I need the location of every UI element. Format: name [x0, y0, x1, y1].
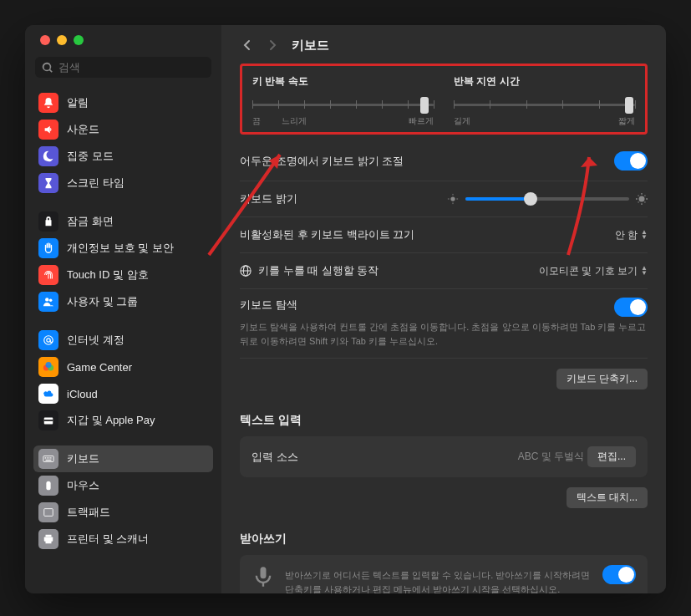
- sidebar-item-label: Touch ID 및 암호: [67, 267, 149, 283]
- globe-key-select[interactable]: 이모티콘 및 기호 보기 ▲▼: [539, 264, 648, 278]
- delay-min-label: 길게: [454, 115, 470, 127]
- microphone-icon: [252, 565, 275, 588]
- slider-thumb[interactable]: [625, 97, 633, 114]
- svg-point-3: [47, 339, 50, 342]
- svg-point-1: [49, 299, 53, 303]
- sidebar-item-fingerprint[interactable]: Touch ID 및 암호: [33, 262, 213, 288]
- at-icon: [38, 330, 58, 350]
- wallet-icon: [38, 410, 58, 430]
- moon-icon: [38, 146, 58, 166]
- keyboard-nav-block: 키보드 탐색 키보드 탐색을 사용하여 컨트롤 간에 초점을 이동합니다. 초점…: [240, 289, 648, 359]
- trackpad-icon: [38, 502, 58, 522]
- sidebar-item-label: 잠금 화면: [67, 214, 114, 229]
- svg-rect-16: [44, 509, 53, 517]
- sidebar-item-label: 지갑 및 Apple Pay: [67, 413, 155, 428]
- users-icon: [38, 292, 58, 312]
- svg-rect-17: [46, 535, 52, 537]
- dictation-toggle[interactable]: [602, 565, 636, 584]
- search-box[interactable]: [35, 57, 211, 78]
- keyboard-nav-desc: 키보드 탐색을 사용하여 컨트롤 간에 초점을 이동합니다. 초점을 앞으로 이…: [240, 320, 648, 348]
- brightness-low-icon: [447, 193, 459, 205]
- gamecenter-icon: [38, 357, 58, 377]
- auto-brightness-label: 어두운 조명에서 키보드 밝기 조절: [240, 154, 404, 169]
- text-input-card: 입력 소스 ABC 및 두벌식 편집...: [240, 436, 648, 477]
- maximize-window-button[interactable]: [74, 35, 84, 45]
- settings-window: 알림사운드집중 모드스크린 타임잠금 화면개인정보 보호 및 보안Touch I…: [25, 25, 666, 593]
- sidebar-item-hand[interactable]: 개인정보 보호 및 보안: [33, 235, 213, 262]
- chevron-updown-icon: ▲▼: [641, 230, 648, 240]
- hand-icon: [38, 238, 58, 258]
- globe-key-label: 키를 누를 때 실행할 동작: [258, 263, 379, 278]
- bell-icon: [38, 93, 58, 113]
- input-source-value: ABC 및 두벌식: [518, 450, 584, 464]
- sidebar-item-gamecenter[interactable]: Game Center: [33, 354, 213, 380]
- brightness-row: 키보드 밝기: [240, 181, 648, 217]
- svg-line-31: [645, 202, 646, 203]
- sidebar-item-lock[interactable]: 잠금 화면: [33, 208, 213, 235]
- key-repeat-max-label: 빠르게: [409, 115, 434, 127]
- sidebar-item-label: 사용자 및 그룹: [67, 294, 138, 309]
- svg-rect-12: [48, 457, 49, 458]
- sidebar-item-moon[interactable]: 집중 모드: [33, 143, 213, 170]
- keyboard-icon: [38, 449, 58, 469]
- key-repeat-min-label: 끔: [252, 115, 261, 127]
- delay-label: 반복 지연 시간: [454, 74, 635, 89]
- sidebar-item-icloud[interactable]: iCloud: [33, 380, 213, 407]
- svg-rect-10: [45, 457, 46, 458]
- svg-rect-13: [50, 457, 51, 458]
- content: 키 반복 속도 끔 느리게 빠르게 반복 지연 시간: [221, 64, 666, 593]
- back-button[interactable]: [238, 37, 255, 53]
- delay-max-label: 짧게: [618, 115, 635, 127]
- sidebar-item-keyboard[interactable]: 키보드: [33, 445, 213, 472]
- fingerprint-icon: [38, 265, 58, 285]
- key-repeat-mid-label: 느리게: [282, 115, 307, 127]
- backlight-off-select[interactable]: 안 함 ▲▼: [615, 228, 648, 242]
- window-controls: [25, 35, 221, 57]
- svg-rect-11: [47, 457, 48, 458]
- sidebar-item-speaker[interactable]: 사운드: [33, 116, 213, 143]
- sidebar-item-mouse[interactable]: 마우스: [33, 472, 213, 499]
- sidebar-item-label: 알림: [67, 95, 89, 110]
- annotation-highlight-box: 키 반복 속도 끔 느리게 빠르게 반복 지연 시간: [240, 64, 648, 135]
- text-input-section-title: 텍스트 입력: [240, 413, 648, 428]
- sidebar-item-label: 집중 모드: [67, 149, 114, 164]
- sidebar-item-wallet[interactable]: 지갑 및 Apple Pay: [33, 407, 213, 434]
- text-replacement-button[interactable]: 텍스트 대치...: [567, 487, 648, 508]
- sidebar-item-at[interactable]: 인터넷 계정: [33, 327, 213, 354]
- main-panel: 키보드 키 반복 속도 끔 느리게 빠르게: [221, 25, 666, 593]
- sidebar-list: 알림사운드집중 모드스크린 타임잠금 화면개인정보 보호 및 보안Touch I…: [25, 89, 221, 593]
- forward-button[interactable]: [265, 37, 282, 53]
- slider-thumb[interactable]: [420, 97, 429, 114]
- sidebar-item-printer[interactable]: 프린터 및 스캐너: [33, 526, 213, 552]
- sidebar-item-label: 스크린 타임: [67, 176, 124, 191]
- sidebar-item-hourglass[interactable]: 스크린 타임: [33, 170, 213, 196]
- globe-icon: [240, 265, 252, 277]
- svg-rect-15: [46, 481, 50, 491]
- close-window-button[interactable]: [40, 35, 50, 45]
- input-source-edit-button[interactable]: 편집...: [587, 446, 636, 467]
- minimize-window-button[interactable]: [57, 35, 67, 45]
- key-repeat-slider[interactable]: [252, 97, 434, 112]
- sidebar: 알림사운드집중 모드스크린 타임잠금 화면개인정보 보호 및 보안Touch I…: [25, 25, 221, 593]
- sidebar-item-bell[interactable]: 알림: [33, 89, 213, 116]
- sidebar-item-trackpad[interactable]: 트랙패드: [33, 499, 213, 526]
- sidebar-item-label: 인터넷 계정: [67, 333, 124, 348]
- svg-line-33: [645, 196, 646, 196]
- delay-slider[interactable]: [454, 97, 635, 112]
- sidebar-item-label: 마우스: [67, 478, 99, 493]
- svg-rect-19: [46, 540, 52, 543]
- globe-key-value: 이모티콘 및 기호 보기: [539, 264, 638, 278]
- speaker-icon: [38, 120, 58, 140]
- auto-brightness-toggle[interactable]: [614, 151, 648, 171]
- mouse-icon: [38, 476, 58, 496]
- printer-icon: [38, 529, 58, 549]
- sidebar-item-label: 사운드: [67, 122, 99, 137]
- keyboard-shortcuts-button[interactable]: 키보드 단축키...: [556, 369, 648, 389]
- sidebar-item-users[interactable]: 사용자 및 그룹: [33, 288, 213, 315]
- brightness-slider[interactable]: [447, 193, 648, 205]
- backlight-off-row: 비활성화된 후 키보드 백라이트 끄기 안 함 ▲▼: [240, 217, 648, 253]
- key-repeat-block: 키 반복 속도 끔 느리게 빠르게: [252, 74, 434, 127]
- search-input[interactable]: [58, 61, 205, 74]
- keyboard-nav-label: 키보드 탐색: [240, 298, 297, 313]
- keyboard-nav-toggle[interactable]: [614, 298, 648, 317]
